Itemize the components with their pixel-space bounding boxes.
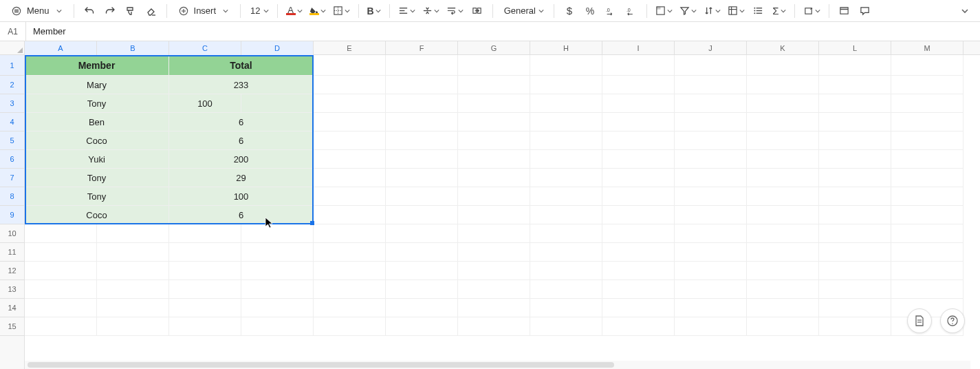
cell[interactable] bbox=[675, 150, 747, 169]
cell[interactable] bbox=[241, 280, 314, 299]
toolbar-expand-button[interactable] bbox=[955, 1, 974, 21]
fill-color-button[interactable] bbox=[307, 1, 329, 21]
cell[interactable] bbox=[458, 150, 530, 169]
cell[interactable]: Coco bbox=[25, 206, 169, 224]
cell[interactable] bbox=[314, 113, 386, 131]
row-header[interactable]: 9 bbox=[0, 206, 24, 224]
cell[interactable] bbox=[458, 280, 530, 299]
cell[interactable] bbox=[458, 55, 530, 76]
cell[interactable] bbox=[747, 280, 819, 299]
cell[interactable] bbox=[386, 131, 458, 150]
cell[interactable] bbox=[530, 317, 602, 336]
cell[interactable] bbox=[530, 187, 602, 206]
row-header[interactable]: 11 bbox=[0, 243, 24, 262]
cells-area[interactable]: MemberTotalMary233Tony100Ben6Coco6Yuki20… bbox=[25, 55, 980, 369]
cell[interactable] bbox=[530, 206, 602, 224]
row-header[interactable]: 7 bbox=[0, 169, 24, 187]
cell[interactable]: Tony bbox=[25, 187, 169, 206]
column-header[interactable]: J bbox=[675, 41, 747, 55]
cell[interactable] bbox=[314, 131, 386, 150]
pivot-button[interactable] bbox=[725, 1, 748, 21]
cell[interactable] bbox=[819, 206, 891, 224]
cell[interactable] bbox=[819, 131, 891, 150]
cell[interactable] bbox=[747, 317, 819, 336]
clear-format-button[interactable] bbox=[142, 1, 161, 21]
cell[interactable] bbox=[314, 55, 386, 76]
cell[interactable] bbox=[675, 317, 747, 336]
cell[interactable] bbox=[25, 262, 97, 280]
cell[interactable] bbox=[602, 317, 675, 336]
cell[interactable] bbox=[747, 55, 819, 76]
cell[interactable] bbox=[602, 113, 675, 131]
row-header[interactable]: 12 bbox=[0, 262, 24, 280]
cell[interactable] bbox=[675, 76, 747, 94]
cell[interactable] bbox=[675, 262, 747, 280]
cell[interactable]: Member bbox=[25, 55, 169, 76]
column-header[interactable]: K bbox=[747, 41, 819, 55]
cell[interactable]: 6 bbox=[169, 206, 314, 224]
cell[interactable] bbox=[530, 169, 602, 187]
cell[interactable] bbox=[819, 243, 891, 262]
row-header[interactable]: 5 bbox=[0, 131, 24, 150]
cell[interactable] bbox=[891, 113, 963, 131]
cell[interactable] bbox=[747, 187, 819, 206]
cell[interactable] bbox=[530, 280, 602, 299]
cell[interactable] bbox=[819, 150, 891, 169]
cell[interactable] bbox=[25, 317, 97, 336]
cell[interactable] bbox=[458, 206, 530, 224]
cell[interactable] bbox=[314, 280, 386, 299]
column-header[interactable]: M bbox=[891, 41, 963, 55]
cell[interactable] bbox=[747, 206, 819, 224]
column-header[interactable]: I bbox=[602, 41, 675, 55]
cell[interactable] bbox=[891, 94, 963, 113]
cell[interactable] bbox=[819, 317, 891, 336]
cell[interactable] bbox=[458, 224, 530, 243]
cell[interactable] bbox=[602, 243, 675, 262]
cell[interactable] bbox=[458, 113, 530, 131]
cell[interactable] bbox=[747, 169, 819, 187]
borders-button[interactable] bbox=[330, 1, 353, 21]
column-header[interactable]: F bbox=[386, 41, 458, 55]
cell[interactable] bbox=[891, 243, 963, 262]
cell[interactable] bbox=[241, 299, 314, 317]
cell[interactable] bbox=[747, 299, 819, 317]
cell[interactable] bbox=[747, 76, 819, 94]
cell[interactable] bbox=[530, 94, 602, 113]
cell[interactable] bbox=[675, 187, 747, 206]
menu-button[interactable]: Menu bbox=[6, 1, 68, 21]
bold-button[interactable]: B bbox=[364, 1, 384, 21]
cell[interactable] bbox=[819, 299, 891, 317]
cell[interactable] bbox=[386, 113, 458, 131]
cell[interactable] bbox=[25, 243, 97, 262]
v-align-button[interactable] bbox=[420, 1, 442, 21]
decrease-decimal-button[interactable]: .0 bbox=[601, 1, 620, 21]
cell[interactable] bbox=[314, 317, 386, 336]
scrollbar-thumb[interactable] bbox=[28, 362, 614, 368]
cell[interactable] bbox=[530, 299, 602, 317]
functions-button[interactable]: Σ bbox=[770, 1, 789, 21]
wrap-button[interactable] bbox=[444, 1, 466, 21]
font-color-button[interactable]: A bbox=[283, 1, 305, 21]
cell[interactable] bbox=[747, 94, 819, 113]
column-header[interactable]: D bbox=[241, 41, 314, 55]
redo-button[interactable] bbox=[100, 1, 120, 21]
cell[interactable] bbox=[819, 76, 891, 94]
cell[interactable]: 6 bbox=[169, 131, 314, 150]
cell[interactable] bbox=[747, 131, 819, 150]
cell[interactable] bbox=[169, 299, 241, 317]
cell[interactable]: 200 bbox=[169, 150, 314, 169]
column-header[interactable]: H bbox=[530, 41, 602, 55]
cell[interactable] bbox=[675, 299, 747, 317]
cell[interactable] bbox=[386, 206, 458, 224]
cell[interactable] bbox=[891, 55, 963, 76]
cell[interactable] bbox=[386, 150, 458, 169]
cell[interactable] bbox=[314, 224, 386, 243]
cell[interactable] bbox=[25, 280, 97, 299]
cell[interactable] bbox=[386, 187, 458, 206]
cell[interactable]: Coco bbox=[25, 131, 169, 150]
cell[interactable] bbox=[530, 224, 602, 243]
cell[interactable] bbox=[602, 94, 675, 113]
cell[interactable] bbox=[241, 262, 314, 280]
cell[interactable] bbox=[458, 187, 530, 206]
insert-button[interactable]: Insert bbox=[173, 1, 235, 21]
